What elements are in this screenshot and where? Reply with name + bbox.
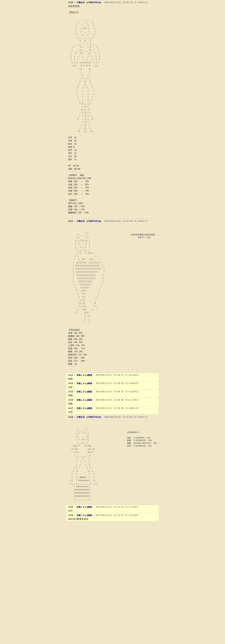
post-name-1410: 小梅太夫 ◆uTBmKlV6rpm bbox=[76, 1, 101, 4]
post-date-1410: 2019/06/13(木) 22:46:18 bbox=[104, 1, 132, 4]
sidebar-text-1412: 【請告知想要讓左成長的技能。 安值下1～下5】 bbox=[130, 233, 157, 239]
stat-block-1410: STR 10 CON 10 DEX 14 POW 8 APP 15 INT 11… bbox=[68, 136, 91, 214]
post-body-1415: 隱藏 bbox=[68, 394, 157, 397]
post-date-1413: 2019/06/13(木) 22:48:21 bbox=[96, 374, 124, 376]
post-id-1420: ID:83pZhRE1 bbox=[125, 514, 139, 516]
post-name-1417: 名無しさん@狐板 bbox=[76, 407, 92, 410]
post-header-1416: 1416： 名無しさん@狐板： 2019/06/13(木) 22:48:36 I… bbox=[68, 398, 157, 402]
post-id-1415: ID:83pZhRE1 bbox=[125, 390, 139, 393]
post-date-1414: 2019/06/13(木) 22:48:26 bbox=[96, 382, 124, 384]
post-name-1414: 名無しさん@狐板 bbox=[76, 382, 92, 384]
post-header-1415: 1415： 名無しさん@狐板： 2019/06/13(木) 22:48:31 I… bbox=[68, 390, 157, 393]
post-header-1414: 1414： 名無しさん@狐板： 2019/06/13(木) 22:48:26 I… bbox=[68, 382, 157, 385]
post-id-1410: ID:4wDFOn/6 bbox=[134, 1, 147, 4]
post-1410: 1410： 小梅太夫 ◆uTBmKlV6rpm： 2019/06/13(木) 2… bbox=[66, 0, 158, 219]
post-1420: 1420： 名無しさん@狐板： 2019/06/13(木) 22:51:47 I… bbox=[66, 513, 158, 522]
post-name-1418: 小梅太夫 ◆uTBmKlV6rpm bbox=[76, 416, 101, 418]
ascii-art-1412: _____ / ___ \ / / \ \ | | (^)(^)| | | \ … bbox=[68, 230, 105, 323]
post-num-1415: 1415 bbox=[68, 390, 73, 393]
post-header-1419: 1419： 名無しさん@狐板： 2019/06/13(木) 22:51:41 I… bbox=[68, 506, 157, 508]
post-name-1420: 名無しさん@狐板 bbox=[76, 514, 92, 516]
post-date-1415: 2019/06/13(木) 22:48:31 bbox=[96, 390, 124, 393]
post-num-1410: 1410 bbox=[68, 1, 73, 4]
post-header-1413: 1413： 名無しさん@狐板： 2019/06/13(木) 22:48:21 I… bbox=[68, 374, 157, 377]
post-date-1420: 2019/06/13(木) 22:51:47 bbox=[96, 514, 124, 516]
post-header-1412: 1412： 小梅太夫 ◆uTBmKlV6rpm： 2019/06/13(木) 2… bbox=[68, 220, 157, 223]
post-name-1413: 名無しさん@狐板 bbox=[76, 374, 92, 376]
post-id-1412: ID:4wDFOn/6 bbox=[134, 220, 147, 222]
post-1417: 1417： 名無しさん@狐板： 2019/06/13(木) 22:48:49 I… bbox=[66, 406, 158, 414]
post-num-1417: 1417 bbox=[68, 407, 73, 410]
post-id-1418: ID:4wDFOn/6 bbox=[134, 416, 147, 418]
post-body-1418: 左的成長Roll 偵測 【↑1D100⑦】 65% 解藏 【↑1D100⑦0】 … bbox=[68, 419, 157, 504]
post-date-1416: 2019/06/13(木) 22:48:36 bbox=[96, 399, 124, 401]
post-1418: 1418： 小梅太夫 ◆uTBmKlV6rpm： 2019/06/13(木) 2… bbox=[66, 414, 158, 505]
post-num-1418: 1418 bbox=[68, 416, 73, 418]
post-body-1412: 【請告知想要讓左成長的技能。 安值下1～下5】 _____ / ___ \ / … bbox=[68, 223, 157, 372]
post-1412: 1412： 小梅太夫 ◆uTBmKlV6rpm： 2019/06/13(木) 2… bbox=[66, 219, 158, 373]
post-body-1420: 雖然成功數量是很多 bbox=[68, 518, 157, 520]
post-body-1413: 解藏 bbox=[68, 377, 157, 380]
post-body-1414: 話術 bbox=[68, 386, 157, 389]
post-num-1413: 1413 bbox=[68, 374, 73, 376]
right-block-1418: 左的成長Roll 偵測 【↑1D100⑦】 65% 解藏 【↑1D100⑦0】 … bbox=[127, 431, 157, 448]
post-1414: 1414： 名無しさん@狐板： 2019/06/13(木) 22:48:26 I… bbox=[66, 381, 158, 390]
post-name-1416: 名無しさん@狐板 bbox=[76, 399, 92, 401]
post-num-1412: 1412 bbox=[68, 220, 73, 222]
post-name-1415: 名無しさん@狐板 bbox=[76, 390, 92, 393]
post-date-1417: 2019/06/13(木) 22:48:49 bbox=[96, 407, 124, 410]
post-num-1414: 1414 bbox=[68, 382, 73, 384]
diamond-icon-1418: ◆ bbox=[86, 416, 87, 418]
diamond-icon-1412: ◆ bbox=[86, 220, 87, 222]
post-body-1417: 偵測 bbox=[68, 410, 157, 414]
post-date-1419: 2019/06/13(木) 22:51:41 bbox=[96, 506, 124, 508]
post-name-1419: 名無しさん@狐板 bbox=[76, 506, 92, 508]
post-num-1420: 1420 bbox=[68, 514, 73, 516]
post-date-1418: 2019/06/13(木) 22:51:03 bbox=[104, 416, 132, 418]
post-id-1419: ID:8vJsQ9k1 bbox=[125, 506, 139, 508]
post-header-1420: 1420： 名無しさん@狐板： 2019/06/13(木) 22:51:47 I… bbox=[68, 514, 157, 517]
post-id-1416: ID:8vJsQ9k1 bbox=[125, 399, 139, 401]
post-1416: 1416： 名無しさん@狐板： 2019/06/13(木) 22:48:36 I… bbox=[66, 398, 158, 406]
post-num-1416: 1416 bbox=[68, 399, 73, 401]
post-header-1417: 1417： 名無しさん@狐板： 2019/06/13(木) 22:48:49 I… bbox=[68, 407, 157, 410]
post-1419: 1419： 名無しさん@狐板： 2019/06/13(木) 22:51:41 I… bbox=[66, 505, 158, 513]
ascii-art-1418: _____ / ___ \ | / ^^ \ | || __ || | \ ==… bbox=[68, 426, 98, 500]
post-num-1419: 1419 bbox=[68, 506, 73, 508]
post-body-1419: 好好 bbox=[68, 509, 157, 512]
post-id-1413: ID:WwtkNRkk bbox=[125, 374, 139, 376]
diamond-icon-1410: ◆ bbox=[86, 1, 87, 4]
post-id-1414: ID:buKHhVKY bbox=[125, 382, 139, 384]
post-name-1412: 小梅太夫 ◆uTBmKlV6rpm bbox=[76, 220, 101, 222]
post-date-1412: 2019/06/13(木) 22:47:38 bbox=[104, 220, 132, 222]
ascii-art-1410: __________ / ____ \ / / \ \ | | 八八 | | |… bbox=[68, 18, 100, 133]
post-header-1410: 1410： 小梅太夫 ◆uTBmKlV6rpm： 2019/06/13(木) 2… bbox=[68, 1, 157, 4]
post-id-1417: ID:uHN3+obY bbox=[125, 407, 139, 410]
post-header-1418: 1418： 小梅太夫 ◆uTBmKlV6rpm： 2019/06/13(木) 2… bbox=[68, 416, 157, 418]
post-body-1410: 成長很美味。 【阿拉什】 __________ / ____ \ / / \ \… bbox=[68, 5, 157, 218]
skills-block-1412: 【現在技能】 偵測（40）65% 圖書館（60）85% 裁縫（40）66% 話術… bbox=[68, 328, 157, 366]
post-1415: 1415： 名無しさん@狐板： 2019/06/13(木) 22:48:31 I… bbox=[66, 390, 158, 398]
post-1413: 1413： 名無しさん@狐板： 2019/06/13(木) 22:48:21 I… bbox=[66, 373, 158, 381]
post-body-1416: 隱藏 bbox=[68, 402, 157, 405]
